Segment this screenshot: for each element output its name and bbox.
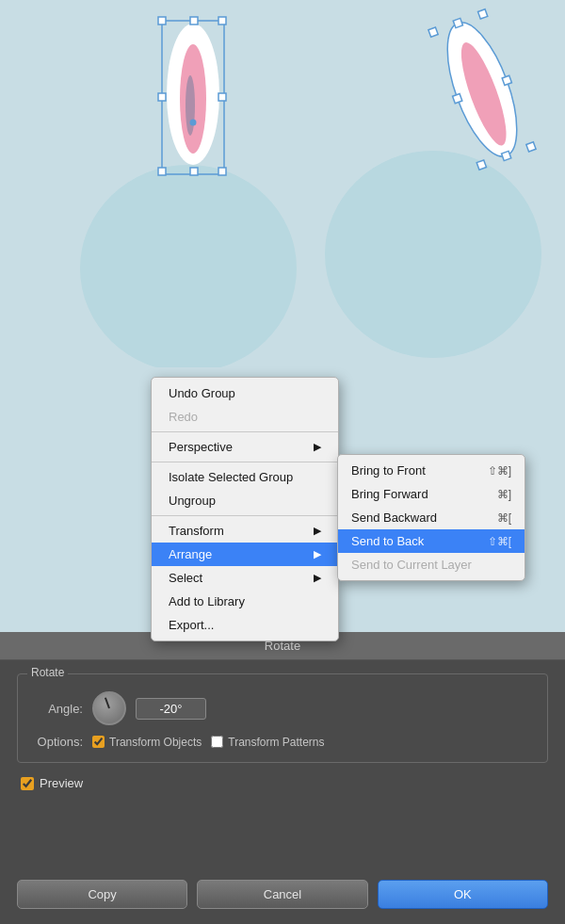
svg-rect-12	[218, 168, 226, 175]
transform-arrow-icon: ▶	[314, 525, 321, 537]
undo-group-label: Undo Group	[169, 386, 235, 400]
svg-point-3	[186, 75, 195, 136]
add-library-label: Add to Library	[169, 594, 245, 608]
submenu-item-bring-to-front[interactable]: Bring to Front ⇧⌘]	[338, 459, 525, 482]
svg-rect-10	[158, 168, 166, 175]
arrange-label: Arrange	[169, 547, 212, 561]
isolate-group-label: Isolate Selected Group	[169, 470, 293, 484]
separator-1	[152, 431, 338, 432]
menu-item-isolate-group[interactable]: Isolate Selected Group	[152, 465, 338, 489]
bring-forward-label: Bring Forward	[351, 487, 428, 501]
rotate-dialog: Rotate Rotate Angle: Options: Transform …	[0, 632, 565, 924]
menu-item-redo: Redo	[152, 405, 338, 429]
menu-item-arrange[interactable]: Arrange ▶	[152, 543, 338, 566]
send-backward-shortcut: ⌘[	[497, 511, 511, 525]
angle-dial[interactable]	[92, 691, 126, 725]
transform-patterns-checkbox-label[interactable]: Transform Patterns	[211, 736, 324, 749]
send-to-back-shortcut: ⇧⌘[	[488, 535, 511, 548]
svg-rect-20	[453, 93, 462, 103]
menu-item-ungroup[interactable]: Ungroup	[152, 489, 338, 512]
group-label: Rotate	[27, 666, 68, 679]
canvas-area	[0, 0, 565, 367]
svg-rect-7	[218, 17, 226, 24]
svg-point-13	[190, 120, 197, 126]
bring-forward-shortcut: ⌘]	[497, 488, 511, 501]
submenu-item-send-to-current-layer: Send to Current Layer	[338, 553, 525, 576]
perspective-arrow-icon: ▶	[314, 441, 321, 453]
copy-button[interactable]: Copy	[17, 880, 187, 909]
rotate-group: Rotate Angle: Options: Transform Objects…	[17, 673, 548, 763]
select-label: Select	[169, 571, 202, 585]
submenu-item-bring-forward[interactable]: Bring Forward ⌘]	[338, 482, 525, 506]
preview-row: Preview	[17, 772, 548, 790]
context-menu: Undo Group Redo Perspective ▶ Isolate Se…	[151, 377, 339, 641]
svg-rect-19	[478, 9, 488, 19]
transform-objects-checkbox-label[interactable]: Transform Objects	[92, 736, 202, 749]
dial-indicator	[105, 697, 110, 708]
send-to-back-label: Send to Back	[351, 534, 424, 548]
separator-3	[152, 515, 338, 516]
transform-patterns-checkbox[interactable]	[211, 736, 223, 748]
menu-item-perspective[interactable]: Perspective ▶	[152, 435, 338, 459]
svg-rect-18	[453, 18, 462, 27]
dialog-body: Rotate Angle: Options: Transform Objects…	[0, 660, 565, 872]
send-to-current-layer-label: Send to Current Layer	[351, 558, 472, 572]
angle-input[interactable]	[136, 698, 206, 720]
svg-rect-24	[526, 142, 536, 152]
transform-patterns-label: Transform Patterns	[228, 736, 324, 749]
svg-rect-11	[190, 168, 198, 175]
menu-item-add-library[interactable]: Add to Library	[152, 590, 338, 613]
menu-item-transform[interactable]: Transform ▶	[152, 519, 338, 543]
perspective-label: Perspective	[169, 440, 233, 454]
transform-objects-checkbox[interactable]	[92, 736, 105, 748]
redo-label: Redo	[169, 410, 198, 424]
svg-rect-6	[190, 17, 198, 24]
angle-row: Angle:	[31, 691, 534, 725]
preview-label: Preview	[40, 776, 83, 790]
svg-rect-22	[476, 160, 486, 170]
transform-objects-label: Transform Objects	[109, 736, 202, 749]
menu-item-undo-group[interactable]: Undo Group	[152, 381, 338, 405]
cancel-button[interactable]: Cancel	[197, 880, 367, 909]
submenu-list: Bring to Front ⇧⌘] Bring Forward ⌘] Send…	[337, 454, 525, 581]
select-arrow-icon: ▶	[314, 572, 321, 584]
separator-2	[152, 462, 338, 462]
context-menu-area: Undo Group Redo Perspective ▶ Isolate Se…	[151, 377, 339, 641]
send-backward-label: Send Backward	[351, 511, 437, 525]
submenu-arrange: Bring to Front ⇧⌘] Bring Forward ⌘] Send…	[337, 454, 525, 581]
submenu-item-send-to-back[interactable]: Send to Back ⇧⌘[	[338, 529, 525, 553]
angle-label: Angle:	[31, 702, 83, 716]
ungroup-label: Ungroup	[169, 494, 216, 508]
options-row: Options: Transform Objects Transform Pat…	[31, 735, 534, 749]
bring-to-front-label: Bring to Front	[351, 463, 426, 478]
svg-rect-9	[218, 93, 226, 101]
ok-button[interactable]: OK	[378, 880, 548, 909]
arrange-arrow-icon: ▶	[314, 548, 321, 560]
transform-label: Transform	[169, 524, 224, 538]
bring-to-front-shortcut: ⇧⌘]	[488, 464, 511, 478]
dialog-buttons: Copy Cancel OK	[0, 872, 565, 924]
menu-item-select[interactable]: Select ▶	[152, 566, 338, 590]
preview-checkbox[interactable]	[21, 777, 34, 790]
svg-point-0	[80, 165, 297, 367]
svg-rect-21	[502, 75, 511, 85]
export-label: Export...	[169, 618, 214, 632]
svg-point-14	[325, 151, 541, 358]
svg-rect-8	[158, 93, 166, 101]
svg-rect-5	[158, 17, 166, 24]
svg-rect-23	[502, 151, 511, 160]
options-label: Options:	[31, 735, 83, 749]
svg-rect-17	[428, 27, 438, 37]
menu-item-export[interactable]: Export...	[152, 613, 338, 637]
submenu-item-send-backward[interactable]: Send Backward ⌘[	[338, 506, 525, 529]
